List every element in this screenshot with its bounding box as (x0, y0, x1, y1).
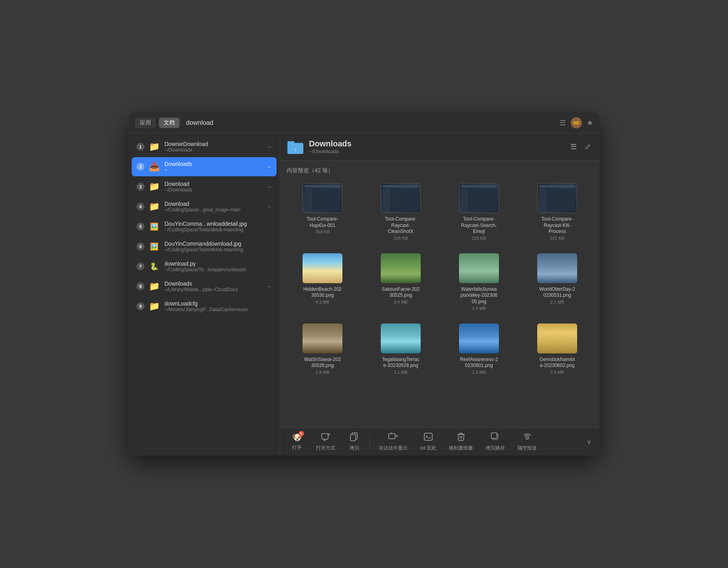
open-with-label: 打开方式 (316, 445, 335, 452)
more-button[interactable]: ∨ (584, 436, 595, 447)
airdrop-button[interactable]: 隔空投送 (512, 431, 542, 453)
tab-docs[interactable]: 文档 (159, 118, 180, 128)
toolbar: 🐶 0 打开 打开方式 (280, 428, 599, 456)
grid-item-10[interactable]: ReefAwareness-20230601.png 2.9 MB (443, 320, 515, 378)
file-size-5: 3.4 MB (394, 300, 408, 304)
trash-label: 移到废纸篓 (449, 445, 473, 452)
sidebar: 1 📁 DownieDownload ~/Downloads → 2 📥 Dow… (129, 133, 280, 456)
sidebar-item-8[interactable]: 8 📁 Downloads ~/Library/Mobile...pple~Cl… (132, 277, 277, 296)
grid-item-9[interactable]: TegallalangTerrace-20230528.png 3.1 MB (365, 320, 437, 378)
item-path-3: ~/Downloads (164, 187, 266, 193)
open-with-button[interactable]: 打开方式 (311, 431, 341, 453)
item-name-9: downLoadcfg (164, 300, 272, 307)
main-content: 1 📁 DownieDownload ~/Downloads → 2 📥 Dow… (129, 133, 599, 456)
svg-point-12 (526, 437, 528, 439)
titlebar-left: 应用 文档 download (135, 118, 214, 128)
arrow-icon-1: → (266, 144, 272, 150)
copy-button[interactable]: 拷贝 (342, 431, 366, 453)
expand-button[interactable]: ⤢ (582, 141, 593, 153)
sidebar-item-9[interactable]: 9 📁 downLoadcfg ~/Movies/JianyingP...Dat… (132, 297, 277, 316)
thumbnail-5 (381, 253, 421, 283)
panel-folder-icon: ↓ (287, 138, 304, 156)
app-window: 应用 文档 download ☰ SD ★ 1 📁 DownieDownload… (129, 112, 599, 456)
open-label: 打开 (292, 444, 302, 451)
arrow-icon-3: → (266, 183, 272, 190)
thumbnail-0 (303, 183, 342, 213)
grid-item-3[interactable]: Tool-Compare-Raycast-Kill-Process 191 KB (521, 180, 593, 244)
panel-title-group: Downloads ~/Downloads (309, 139, 568, 154)
folder-icon-8: 📁 (148, 280, 160, 293)
grid-item-11[interactable]: GemsbokNamibia-20230602.png 2.5 MB (521, 320, 593, 378)
sidebar-item-6[interactable]: 6 🖼️ DouYinCommanddownload.jpg ~/CodingS… (132, 237, 277, 256)
item-text-2: Downloads ~ (164, 161, 266, 173)
tab-apps[interactable]: 应用 (135, 118, 156, 128)
thumbnail-8 (303, 323, 342, 353)
airdrop-icon (523, 432, 532, 443)
sidebar-item-1[interactable]: 1 📁 DownieDownload ~/Downloads → (132, 137, 277, 156)
folder-icon-9: 📁 (148, 300, 160, 313)
sidebar-item-7[interactable]: 7 🐍 download.py ~/CodingSpace/To...in/ap… (132, 257, 277, 276)
grid-item-4[interactable]: HiddenBeach-20230530.png 4.3 MB (287, 250, 358, 314)
grid-item-2[interactable]: Tool-Compare-Raycast-Search-Emoji 226 KB (443, 180, 515, 244)
item-name-7: download.py (164, 260, 272, 267)
item-text-6: DouYinCommanddownload.jpg ~/CodingSpace/… (164, 241, 272, 252)
panel-title: Downloads (309, 139, 568, 148)
svg-text:↓: ↓ (294, 146, 297, 152)
file-size-11: 2.5 MB (550, 370, 564, 375)
open-button[interactable]: 🐶 0 打开 (285, 431, 309, 453)
item-badge-7: 7 (136, 262, 144, 270)
sidebar-item-2[interactable]: 2 📥 Downloads ~ → (132, 157, 277, 176)
show-finder-label: 在访达中显示 (379, 445, 408, 452)
item-badge-9: 9 (136, 302, 144, 310)
search-query: download (186, 119, 214, 126)
file-size-9: 3.1 MB (394, 370, 408, 375)
folder-icon-1: 📁 (148, 140, 160, 153)
cd-label: cd 至此 (420, 445, 436, 452)
copy-path-button[interactable]: 拷贝路径 (480, 431, 510, 453)
item-path-4: ~/CodingSpace/...ginal_image-main (164, 207, 266, 213)
panel-subtitle: ~/Downloads (309, 148, 568, 154)
file-name-10: ReefAwareness-20230601.png (460, 357, 498, 369)
grid-item-8[interactable]: WatSriSawai-20230526.png 2.8 MB (287, 320, 358, 378)
file-name-3: Tool-Compare-Raycast-Kill-Process (541, 216, 573, 235)
grid-item-5[interactable]: SaksunFaroe-20230525.png 3.4 MB (365, 250, 437, 314)
thumbnail-2 (459, 183, 499, 213)
show-finder-button[interactable]: 在访达中显示 (373, 431, 413, 453)
item-path-5: ~/CodingSpace/Tools/tiktok-main/img (164, 227, 272, 233)
show-finder-icon (388, 432, 398, 443)
sidebar-item-5[interactable]: 5 🖼️ DouYinComma...wnloaddetail.jpg ~/Co… (132, 217, 277, 236)
notif-badge: 0 (299, 431, 304, 436)
file-icon-5: 🖼️ (148, 220, 160, 233)
item-name-4: Download (164, 201, 266, 207)
toolbar-separator-1 (370, 434, 370, 450)
file-name-0: Tool-Compare-HapiGo-001 (307, 216, 338, 229)
grid-item-6[interactable]: WaterfallsSunwaptaValley-20230605.png 3.… (443, 250, 515, 314)
level-badge: SD (571, 117, 582, 128)
item-name-1: DownieDownload (164, 141, 266, 147)
cd-button[interactable]: cd 至此 (415, 431, 442, 453)
folder-svg: ↓ (287, 138, 304, 156)
grid-item-1[interactable]: Tool-Compare-Raycast-CleanShotX 216 KB (365, 180, 437, 244)
file-size-4: 4.3 MB (316, 300, 330, 304)
arrow-icon-8: → (266, 283, 272, 290)
sidebar-item-4[interactable]: 4 📁 Download ~/CodingSpace/...ginal_imag… (132, 197, 277, 216)
item-path-6: ~/CodingSpace/Tools/tiktok-main/img (164, 247, 272, 252)
list-view-button[interactable]: ☰ (568, 141, 579, 153)
trash-button[interactable]: 移到废纸篓 (443, 431, 479, 453)
item-badge-1: 1 (136, 143, 144, 151)
item-text-5: DouYinComma...wnloaddetail.jpg ~/CodingS… (164, 221, 272, 233)
file-size-7: 2.1 MB (550, 300, 564, 304)
file-size-3: 191 KB (550, 236, 564, 241)
svg-rect-9 (458, 434, 464, 440)
file-size-2: 226 KB (472, 236, 486, 241)
grid-item-0[interactable]: Tool-Compare-HapiGo-001 303 KB (287, 180, 358, 244)
item-path-8: ~/Library/Mobile...pple~CloudDocs (164, 287, 266, 292)
sidebar-item-3[interactable]: 3 📁 Download ~/Downloads → (132, 177, 277, 196)
svg-rect-6 (350, 434, 356, 441)
svg-rect-4 (322, 434, 328, 439)
grid-item-7[interactable]: WorldOtterDay-20230531.png 2.1 MB (521, 250, 593, 314)
item-text-3: Download ~/Downloads (164, 181, 266, 193)
filter-icon[interactable]: ☰ (560, 118, 566, 127)
pin-icon[interactable]: ★ (587, 118, 593, 127)
file-name-1: Tool-Compare-Raycast-CleanShotX (385, 216, 416, 235)
